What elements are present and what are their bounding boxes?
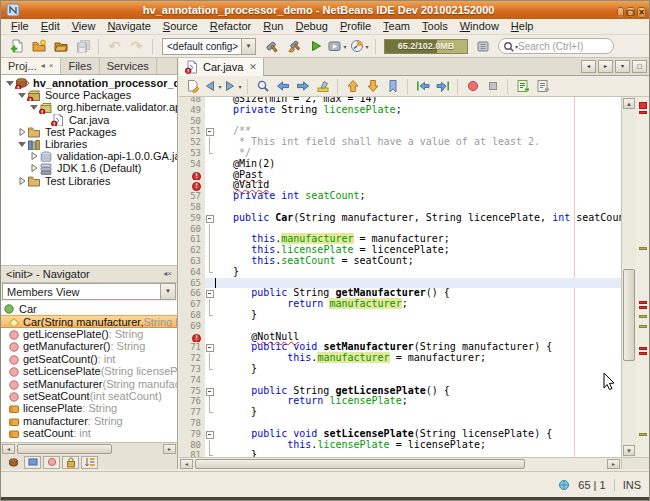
member-getlicenseplate[interactable]: getLicensePlate() : String — [1, 328, 177, 340]
code-fold-marker[interactable] — [205, 213, 215, 224]
build-button[interactable] — [261, 36, 282, 56]
line-number[interactable]: 67 — [179, 299, 205, 310]
line-number[interactable]: 78 — [179, 418, 205, 429]
line-number[interactable]: 54 — [179, 159, 205, 170]
line-number[interactable]: 52 — [179, 137, 205, 148]
prev-bookmark-button[interactable] — [343, 78, 362, 95]
next-occurrence-button[interactable] — [293, 78, 312, 95]
line-number[interactable]: 81 — [179, 450, 205, 457]
record-macro-button[interactable] — [463, 78, 482, 95]
chevron-down-icon[interactable]: ▼ — [160, 284, 175, 299]
line-number[interactable]: 49 — [179, 105, 205, 116]
maximize-editor-button[interactable]: ▢ — [632, 60, 647, 73]
line-number[interactable]: 60 — [179, 224, 205, 235]
menu-help[interactable]: Help — [505, 19, 540, 34]
code-text[interactable]: private String licensePlate; — [215, 105, 621, 116]
close-panel-icon[interactable]: × — [49, 61, 54, 71]
line-number[interactable]: 76 — [179, 396, 205, 407]
line-number[interactable]: 69 — [179, 321, 205, 332]
line-number[interactable]: 72 — [179, 353, 205, 364]
menu-edit[interactable]: Edit — [35, 19, 66, 34]
expand-open-icon[interactable] — [29, 102, 39, 112]
line-number[interactable]: 59 — [179, 213, 205, 224]
member-licenseplate[interactable]: licensePlate : String — [1, 402, 177, 414]
code-fold-marker[interactable] — [205, 288, 215, 299]
expand-open-icon[interactable] — [17, 90, 27, 100]
code-text[interactable]: return manufacturer; — [215, 299, 621, 310]
code-text[interactable]: } — [215, 267, 621, 278]
code-text[interactable]: } — [215, 407, 621, 418]
back-button[interactable]: ▾ — [203, 78, 222, 95]
line-number[interactable]: 75 — [179, 386, 205, 397]
line-number[interactable]: 80 — [179, 440, 205, 451]
scroll-up-button[interactable]: ▲ — [623, 98, 635, 109]
menu-view[interactable]: View — [66, 19, 102, 34]
expand-closed-icon[interactable] — [29, 151, 39, 161]
memory-indicator[interactable]: 65.2/102.0MB — [384, 39, 468, 54]
scroll-tabs-right-button[interactable]: ▸ — [598, 60, 613, 73]
code-text[interactable] — [215, 116, 621, 127]
warning-stripe-mark[interactable] — [639, 433, 647, 436]
line-number[interactable]: 68 — [179, 310, 205, 321]
debug-button[interactable]: ▾ — [327, 36, 348, 56]
config-select[interactable]: <default config> ▼ — [162, 38, 256, 55]
code-text[interactable]: this.manufacturer = manufacturer; — [215, 353, 621, 364]
close-panel-icon[interactable]: × — [167, 269, 172, 279]
code-fold-marker[interactable] — [205, 126, 215, 137]
error-stripe-mark[interactable] — [639, 347, 647, 350]
tree-item-org-hibernate-validator-ap-dem[interactable]: org.hibernate.validator.ap.dem — [1, 101, 177, 113]
error-stripe-mark[interactable] — [639, 301, 647, 304]
warning-stripe-mark[interactable] — [639, 325, 647, 328]
code-text[interactable]: @Past — [215, 170, 621, 181]
scrollbar-thumb[interactable] — [195, 459, 525, 469]
line-number[interactable]: 71 — [179, 342, 205, 353]
navigator-hscrollbar[interactable]: ◂ ▸ — [1, 442, 177, 455]
member-setmanufacturer[interactable]: setManufacturer(String manufacturer — [1, 377, 177, 389]
find-selection-button[interactable] — [253, 78, 272, 95]
line-number[interactable]: 51 — [179, 126, 205, 137]
forward-button[interactable]: ▾ — [223, 78, 242, 95]
uncomment-button[interactable] — [533, 78, 552, 95]
menu-debug[interactable]: Debug — [289, 19, 333, 34]
code-fold-marker[interactable] — [205, 386, 215, 397]
code-text[interactable]: @Min(2) — [215, 159, 621, 170]
code-text[interactable]: } — [215, 450, 621, 457]
line-number[interactable]: 79 — [179, 429, 205, 440]
tab-services[interactable]: Services — [100, 58, 157, 74]
code-text[interactable]: } — [215, 310, 621, 321]
menu-navigate[interactable]: Navigate — [101, 19, 156, 34]
last-edit-button[interactable] — [183, 78, 202, 95]
code-text[interactable]: public Car(String manufacturer, String l… — [215, 213, 621, 224]
line-number[interactable]: 53 — [179, 148, 205, 159]
code-text[interactable]: this.seatCount = seatCount; — [215, 256, 621, 267]
menu-tools[interactable]: Tools — [416, 19, 454, 34]
prev-occurrence-button[interactable] — [273, 78, 292, 95]
tab-files[interactable]: Files — [61, 58, 99, 74]
line-number[interactable]: 57 — [179, 191, 205, 202]
next-bookmark-button[interactable] — [363, 78, 382, 95]
expand-closed-icon[interactable] — [29, 163, 39, 173]
tree-item-jdk-1-6--default-[interactable]: JDK 1.6 (Default) — [1, 162, 177, 174]
error-gutter-icon[interactable]: ! — [179, 332, 205, 343]
tab-car-java[interactable]: Car.java ✕ — [179, 58, 264, 76]
tree-item-source-packages[interactable]: Source Packages — [1, 89, 177, 101]
show-static-button[interactable] — [43, 456, 60, 469]
chevron-down-icon[interactable]: ▼ — [241, 39, 255, 54]
menu-window[interactable]: Window — [454, 19, 505, 34]
member-seatcount[interactable]: seatCount : int — [1, 427, 177, 439]
line-number[interactable]: 50 — [179, 116, 205, 127]
navigator-members-list[interactable]: CarCar(String manufacturer, String licen… — [1, 301, 177, 442]
error-stripe-mark[interactable] — [639, 306, 647, 309]
line-number[interactable]: 61 — [179, 234, 205, 245]
line-number[interactable]: 77 — [179, 407, 205, 418]
line-number[interactable]: 62 — [179, 245, 205, 256]
code-text[interactable]: */ — [215, 148, 621, 159]
new-project-button[interactable] — [28, 36, 49, 56]
menu-run[interactable]: Run — [257, 19, 289, 34]
new-file-button[interactable] — [6, 36, 27, 56]
scrollbar-thumb[interactable] — [623, 269, 635, 361]
shift-left-button[interactable] — [413, 78, 432, 95]
code-text[interactable]: } — [215, 364, 621, 375]
scrollbar-thumb[interactable] — [17, 444, 112, 454]
line-number[interactable]: 48 — [179, 97, 205, 105]
